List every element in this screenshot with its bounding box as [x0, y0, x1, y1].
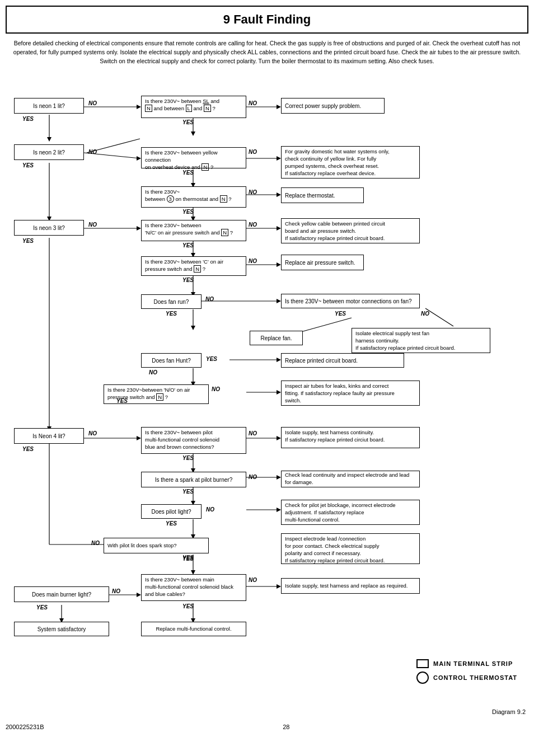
box-inspect-electrode: Inspect electrode lead /connection for p…: [281, 533, 420, 564]
svg-marker-55: [277, 508, 281, 512]
box-replace-mfc: Replace multi-functional control.: [141, 622, 246, 636]
legend: MAIN TERMINAL STRIP CONTROL THERMOSTAT: [416, 659, 517, 687]
box-isolate3: Isolate supply, test harness and replace…: [281, 578, 420, 594]
svg-marker-65: [277, 584, 281, 589]
svg-marker-3: [137, 105, 141, 109]
label-mainburner-no: NO: [112, 588, 120, 594]
box-main-burner: Does main burner light?: [14, 586, 109, 602]
box-ans-gravity: For gravity domestic hot water systems o…: [281, 146, 420, 179]
svg-marker-37: [277, 358, 281, 362]
label-q10-yes: YES: [182, 455, 194, 461]
box-q7-motor: Is there 230V~ between motor connections…: [281, 294, 420, 308]
label-q8-yes: YES: [206, 356, 217, 362]
svg-marker-24: [277, 226, 281, 231]
legend-circle-item: CONTROL THERMOSTAT: [416, 672, 517, 684]
box-q13: With pilot lit does spark stop?: [104, 538, 209, 553]
label-q3-no: NO: [249, 189, 257, 195]
box-isolate2: Isolate supply, test harness continuity.…: [281, 427, 420, 448]
legend-rect-label: MAIN TERMINAL STRIP: [433, 660, 513, 667]
box-replace-aps: Replace air pressure switch.: [281, 255, 364, 270]
box-neon3: Is neon 3 lit?: [14, 220, 84, 236]
diagram-area: Is neon 1 lit? Is there 230V~ between SL…: [6, 74, 528, 718]
box-q8-hunt: Does fan Hunt?: [141, 353, 202, 368]
label-q11-yes: YES: [182, 489, 194, 495]
box-isolate-fan: Isolate electrical supply test fan harne…: [352, 328, 490, 353]
box-neon2: Is neon 2 lit?: [14, 144, 84, 160]
svg-marker-1: [47, 137, 51, 142]
box-check-lead: Check lead continuity and inspect electr…: [281, 471, 420, 487]
label-q8-no: NO: [149, 369, 157, 375]
diagram-label: Diagram 9.2: [492, 708, 526, 715]
svg-marker-28: [277, 262, 281, 267]
footer-center: 28: [283, 724, 289, 730]
label-q7-yes: YES: [335, 311, 346, 317]
svg-marker-12: [277, 156, 281, 161]
box-q10: Is there 230V~ between pilot multi-funct…: [141, 427, 246, 454]
box-q1: Is there 230V~ between SL and N and betw…: [141, 96, 246, 118]
svg-marker-10: [137, 156, 141, 161]
label-q6-yes: YES: [166, 311, 177, 317]
label-neon4-no: NO: [88, 430, 97, 436]
page-title: 9 Fault Finding: [6, 6, 528, 34]
box-q6-fan: Does fan run?: [141, 294, 202, 309]
box-q5: Is there 230V~ between 'C' on air pressu…: [141, 256, 246, 276]
legend-rect-symbol: [416, 659, 429, 668]
label-neon3-yes: YES: [22, 238, 34, 244]
box-neon4: Is Neon 4 lit?: [14, 428, 84, 444]
svg-marker-7: [191, 132, 195, 136]
label-neon2-yes: YES: [22, 162, 34, 168]
svg-marker-32: [277, 299, 281, 303]
label-q2-no: NO: [249, 149, 257, 155]
label-yes-to-q14: YES: [182, 556, 194, 562]
label-q1-yes: YES: [182, 119, 194, 125]
box-check-yellow: Check yellow cable between printed circu…: [281, 218, 420, 243]
label-q1-no: NO: [249, 100, 257, 106]
svg-marker-16: [277, 192, 281, 197]
box-q14: Is there 230V~ between main multi-functi…: [141, 574, 246, 601]
label-q10-no: NO: [249, 430, 257, 436]
label-mainburner-yes: YES: [36, 604, 48, 611]
svg-marker-5: [277, 105, 281, 109]
box-inspect-air: Inspect air tubes for leaks, kinks and c…: [281, 381, 420, 406]
label-q2-yes: YES: [182, 170, 194, 176]
footer-left: 2000225231B: [6, 724, 44, 730]
legend-circle-label: CONTROL THERMOSTAT: [433, 674, 517, 681]
svg-marker-47: [277, 436, 281, 440]
label-q11-no: NO: [249, 474, 257, 480]
label-q9-no: NO: [212, 386, 220, 392]
label-neon3-no: NO: [88, 222, 97, 228]
label-neon1-no: NO: [88, 100, 97, 106]
box-check-pilot: Check for pilot jet blockage, incorrect …: [281, 500, 420, 525]
legend-circle-symbol: [416, 672, 429, 684]
label-q4-yes: YES: [182, 242, 194, 248]
label-q14-no: NO: [249, 577, 257, 583]
label-q12-yes: YES: [166, 520, 177, 527]
label-q9-yes: YES: [116, 398, 128, 404]
intro-text: Before detailed checking of electrical c…: [6, 39, 528, 65]
box-replace-fan: Replace fan.: [250, 331, 303, 345]
box-neon1: Is neon 1 lit?: [14, 98, 84, 114]
svg-marker-51: [277, 475, 281, 480]
svg-marker-63: [137, 593, 141, 597]
label-q5-no: NO: [249, 258, 257, 264]
box-q4: Is there 230V~ between 'N/C' on air pres…: [141, 220, 246, 241]
box-replace-therm: Replace thermostat.: [281, 187, 364, 203]
svg-marker-45: [137, 436, 141, 440]
svg-marker-41: [277, 390, 281, 395]
label-q13-no: NO: [91, 540, 100, 546]
label-q4-no: NO: [249, 222, 257, 228]
box-replace-pcb: Replace printed circuit board.: [281, 353, 404, 368]
svg-marker-22: [137, 226, 141, 231]
legend-rect-item: MAIN TERMINAL STRIP: [416, 659, 517, 668]
box-q11: Is there a spark at pilot burner?: [141, 472, 246, 487]
label-q14-yes: YES: [182, 603, 194, 609]
label-q3-yes: YES: [182, 209, 194, 215]
svg-marker-35: [191, 326, 195, 330]
label-q7-no: NO: [421, 311, 429, 317]
box-q2: Is there 230V~ between yellow connection…: [141, 147, 246, 168]
label-neon2-no: NO: [88, 149, 97, 155]
box-q3: Is there 230V~ between 3 on thermostat a…: [141, 186, 246, 208]
box-q12: Does pilot light?: [141, 504, 202, 519]
label-q5-yes: YES: [182, 277, 194, 283]
box-ans-power: Correct power supply problem.: [281, 98, 385, 114]
